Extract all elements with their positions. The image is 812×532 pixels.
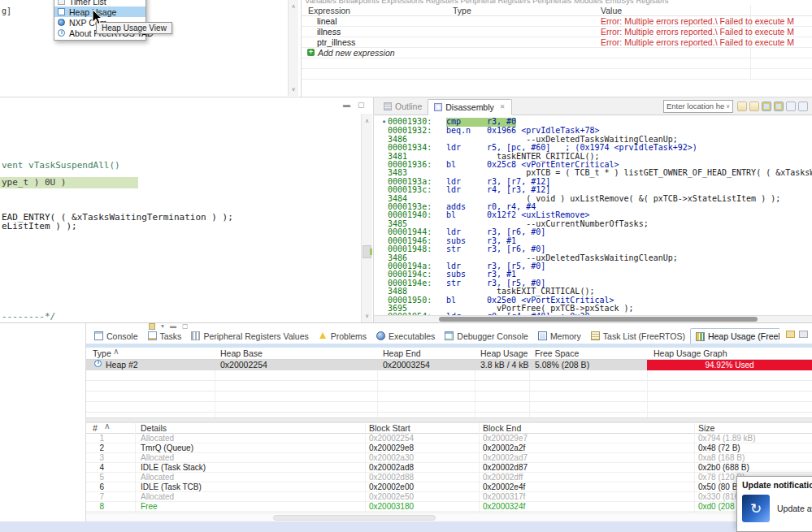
instruction-pointer-gutter — [380, 195, 388, 203]
refresh-icon[interactable] — [737, 102, 747, 111]
block-details: Allocated — [141, 473, 174, 482]
console-tab[interactable]: Executables ✕ — [371, 328, 440, 344]
column-header-expression[interactable]: Expression — [308, 6, 350, 15]
column-header-number[interactable]: # — [93, 423, 98, 433]
disassembly-line[interactable]: 00001948: str r3, [r6, #0] — [380, 245, 812, 253]
horizontal-scrollbar[interactable] — [86, 513, 812, 521]
console-tab[interactable]: Memory ✕ — [533, 328, 586, 344]
expression-row[interactable]: lineal Error: Multiple errors reported.\… — [302, 16, 812, 27]
expression-name[interactable]: illness — [317, 27, 341, 37]
block-details: IDLE (Task Stack) — [141, 463, 206, 472]
minimize-icon[interactable]: ▬ — [343, 102, 350, 109]
column-divider — [377, 370, 378, 423]
expression-name[interactable]: ptr_illness — [317, 37, 355, 47]
block-size: 0x2b0 (688 B) — [698, 463, 749, 472]
disassembly-line[interactable]: 3483 pxTCB = ( TCB_t * ) listGET_OWNER_O… — [380, 169, 812, 177]
tooltip: Heap Usage View — [96, 22, 172, 34]
maximize-icon[interactable] — [798, 102, 808, 111]
block-row[interactable]: 8 Free 0x20003180 0x2000324f 0xd0 (208 B… — [86, 502, 812, 512]
heap-type: Heap #2 — [106, 360, 138, 370]
menu-item[interactable]: Timer List — [54, 0, 145, 6]
show-source-icon[interactable] — [774, 102, 784, 111]
minimize-icon[interactable]: ▬ — [170, 323, 176, 330]
disassembly-line[interactable]: 0000194e: str r3, [r5, #0] — [380, 279, 812, 288]
block-row[interactable]: 2 TmrQ (Queue) 0x200029e8 0x20002a2f 0x4… — [86, 443, 812, 453]
expression-row[interactable]: ptr_illness Error: Multiple errors repor… — [302, 37, 812, 48]
disassembly-line[interactable]: 3486 --uxDeletedTasksWaitingCleanUp; — [380, 254, 812, 262]
tab-icon — [445, 331, 454, 340]
scroll-down-icon[interactable]: ∨ — [362, 312, 372, 319]
console-tab[interactable]: Tasks ✕ — [143, 328, 187, 344]
scroll-up-icon[interactable]: ∧ — [289, 2, 298, 10]
column-header-heap-end[interactable]: Heap End — [383, 348, 421, 358]
update-notification-dialog[interactable]: Update notification dia ↻ Update availab — [736, 476, 812, 532]
column-header-size[interactable]: Size — [698, 423, 714, 433]
column-header-block-start[interactable]: Block Start — [369, 423, 410, 433]
disassembly-line[interactable]: 3484 ( void ) uxListRemove( &( pxTCB->xS… — [380, 195, 812, 203]
console-tab[interactable]: Console ✕ — [89, 328, 143, 344]
heap-row[interactable]: Heap #2 0x20002254 0x20003254 3.8 kB / 4… — [86, 360, 812, 370]
disassembly-line[interactable]: 3695 vPortFree( pxTCB->pxStack ); — [380, 305, 812, 313]
location-combo[interactable]: Enter location he ∨ — [663, 100, 733, 113]
disassembly-line[interactable]: 0000194a: ldr r3, [r5, #0] — [380, 262, 812, 270]
disassembly-line[interactable]: 0000193a: ldr r3, [r7, #12] — [380, 178, 812, 186]
console-tab[interactable]: Problems ✕ — [314, 328, 371, 344]
block-row[interactable]: 5 Allocated 0x20002d88 0x20002dff 0x78 (… — [86, 473, 812, 482]
code-line: eListItem ) ); — [2, 221, 77, 231]
heap-usage: 3.8 kB / 4 kB — [480, 360, 529, 370]
editor-fragment: g] — [2, 6, 11, 15]
column-header-heap-base[interactable]: Heap Base — [220, 348, 263, 358]
expression-row[interactable]: illness Error: Multiple errors reported.… — [302, 27, 812, 37]
column-header-type[interactable]: Type — [93, 348, 111, 358]
expression-name[interactable]: lineal — [317, 16, 337, 26]
block-start: 0x20002e00 — [369, 482, 414, 491]
column-header-block-end[interactable]: Block End — [483, 423, 521, 433]
console-tab[interactable]: Peripheral Registers Values ✕ — [186, 328, 313, 344]
chevron-down-icon[interactable]: ∨ — [726, 103, 730, 110]
disassembly-line[interactable]: 00001944: ldr r3, [r6, #0] — [380, 228, 812, 236]
column-header-heap-usage-graph[interactable]: Heap Usage Graph — [654, 348, 727, 358]
restore-icon[interactable] — [786, 331, 795, 338]
maximize-icon[interactable]: ▢ — [182, 323, 189, 330]
operands: taskEXIT_CRITICAL(); — [487, 288, 594, 296]
editor-scrollbar[interactable]: ∧ ∨ — [361, 114, 372, 322]
maximize-icon[interactable]: ▢ — [358, 102, 365, 109]
view-icon[interactable] — [149, 323, 155, 330]
disassembly-listing[interactable]: 00001930: cmp r3, #0 00001932: beq.n 0x1… — [374, 115, 812, 315]
home-icon[interactable] — [749, 102, 759, 111]
tab-disassembly[interactable]: Disassembly ✕ — [428, 99, 511, 115]
horizontal-scrollbar[interactable] — [374, 315, 812, 322]
top-left-scrollbar[interactable]: ∧ ∨ — [288, 0, 298, 96]
block-row[interactable]: 3 Allocated 0x20002a30 0x20002ad7 0xa8 (… — [86, 453, 812, 463]
disassembly-line[interactable]: 3488 taskEXIT_CRITICAL(); — [380, 288, 812, 296]
scroll-up-icon[interactable]: ∧ — [362, 117, 372, 124]
column-header-type[interactable]: Type — [453, 6, 471, 15]
block-row[interactable]: 4 IDLE (Task Stack) 0x20002ad8 0x20002d8… — [86, 463, 812, 473]
block-row[interactable]: 1 Allocated 0x20002254 0x200029e7 0x794 … — [86, 434, 812, 443]
column-header-free-space[interactable]: Free Space — [535, 348, 579, 358]
block-row[interactable]: 6 IDLE (Task TCB) 0x20002e00 0x20002e4f … — [86, 482, 812, 492]
minimize-icon[interactable] — [786, 102, 796, 111]
column-header-details[interactable]: Details — [141, 423, 167, 433]
disassembly-line[interactable]: 0000194c: subs r3, #1 — [380, 270, 812, 279]
scroll-down-icon[interactable]: ∨ — [289, 85, 298, 93]
add-new-expression[interactable]: + Add new expression — [302, 48, 812, 58]
column-header-heap-usage[interactable]: Heap Usage — [480, 348, 528, 358]
block-number: 3 — [93, 453, 104, 462]
disassembly-line[interactable]: 00001946: subs r3, #1 — [380, 237, 812, 245]
scrollbar-thumb[interactable] — [439, 317, 758, 322]
close-icon[interactable]: ✕ — [500, 103, 506, 110]
console-tab[interactable]: Heap Usage (FreeRTOS) ✕ — [690, 328, 779, 344]
column-header-value[interactable]: Value — [601, 6, 622, 15]
scrollbar-thumb[interactable] — [273, 515, 436, 521]
console-tab[interactable]: Task List (FreeRTOS) ✕ — [586, 328, 690, 344]
maximize-icon[interactable] — [799, 331, 808, 338]
disassembly-line[interactable]: 3485 --uxCurrentNumberOfTasks; — [380, 220, 812, 228]
sync-selection-icon[interactable] — [762, 102, 771, 111]
block-row[interactable]: 7 Allocated 0x20002e50 0x2000317f 0x330 … — [86, 492, 812, 502]
view-menu-icon[interactable]: ▾ — [161, 323, 164, 330]
editor-content[interactable]: vent vTaskSuspendAll() ype_t ) 0U ) EAD_… — [0, 114, 361, 322]
tab-outline[interactable]: Outline — [378, 99, 428, 114]
disassembly-line[interactable]: 0000193e: adds r0, r4, #4 — [380, 203, 812, 211]
console-tab[interactable]: Debugger Console ✕ — [440, 328, 533, 344]
